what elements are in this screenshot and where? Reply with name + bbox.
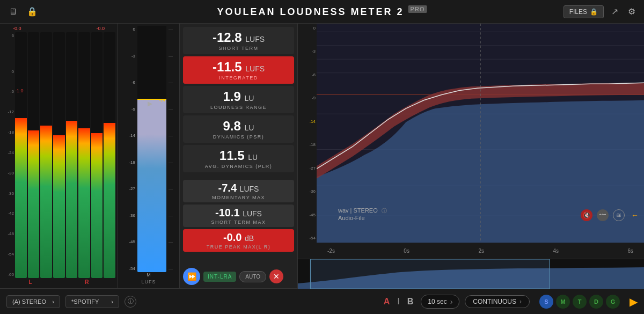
integrated-block[interactable]: -11.5 LUFS INTEGRATED [183,56,294,84]
vu-channel-1 [15,32,27,278]
ab-buttons: A I B [382,296,416,308]
short-term-max-block: -10.1 LUFS SHORT TERM MAX [183,205,294,227]
monitor-icon[interactable]: 🖥 [6,5,19,19]
true-peak-label: TRUE PEAK MAX(L R) [188,244,289,250]
reset-button[interactable]: ✕ [269,269,283,283]
time-arrow-icon: › [450,297,453,306]
graph-scale-left: 0-3-6-9 -14 -18-27-36-45-54 [298,24,317,243]
play-button[interactable]: ⏩ [183,268,200,285]
ab-separator: I [395,296,401,308]
export-button[interactable]: ↗ [609,4,620,19]
short-term-label: SHORT TERM [188,46,289,51]
vu-channel-4 [53,32,65,278]
spotify-arrow-icon: › [111,298,113,305]
vu-channel-5 [66,32,78,278]
mode-buttons: S M T D G [539,295,620,309]
vu-label-l: L [28,279,32,285]
main-area: -0.0 -0.0 -1.0 60-6-12 -18-24-30-36-42 -… [0,24,644,288]
vu-channel-2 [28,32,40,278]
true-peak-value: -0.0 dB [188,231,289,244]
vu-channel-labels: L R [2,278,115,286]
short-term-block: -12.8 LUFS SHORT TERM [183,27,294,54]
lufs-bottom-label: LUFS [141,278,156,286]
mode-d-button[interactable]: D [589,295,603,309]
lufs-scale: 0-3-6-9-14 -18-27-36-45-54 [121,26,135,272]
vu-peak-r: -0.0 [96,26,105,31]
stereo-arrow-icon: › [52,298,54,305]
graph-canvas: wav | STEREO ⓘ Audio-File 🔇 〰 ≋ ← [317,24,644,243]
time-neg2: -2s [327,248,335,254]
momentary-max-label: MOMENTARY MAX [188,195,289,200]
mode-s-button[interactable]: S [539,295,553,309]
vu-bar-l [15,118,27,278]
settings-button[interactable]: ⚙ [626,4,638,19]
lufs-m-label: M [147,272,151,278]
graph-mini [298,259,644,288]
short-term-max-value: -10.1 LUFS [188,207,289,219]
expand-icon[interactable]: ≋ [613,209,625,221]
avg-dynamics-label: AVG. DYNAMICS (PLR) [188,164,289,169]
time-selector[interactable]: 10 sec › [421,295,459,309]
file-name: Audio-File [338,215,387,221]
graph-top: 0-3-6-9 -14 -18-27-36-45-54 [298,24,644,259]
short-term-value: -12.8 LUFS [188,30,289,45]
files-button[interactable]: FILES 🔒 [564,5,604,18]
file-action-icons: 🔇 〰 ≋ ← [581,209,639,221]
continuous-button[interactable]: CONTINUOUS › [465,295,530,308]
integrated-value: -11.5 LUFS [188,60,289,75]
mode-t-button[interactable]: T [573,295,587,309]
integrated-label: INTEGRATED [188,75,289,81]
vu-scale: 60-6-12 -18-24-30-36-42 -48-54-60 [2,32,14,278]
lufs-scale-bar: 0-3-6-9-14 -18-27-36-45-54 -14 ————— ———… [119,26,178,272]
vu-channel-3 [40,32,52,278]
momentary-max-value: -7.4 LUFS [188,182,289,194]
time-6: 6s [627,248,633,254]
vu-current-value: -1.0 [15,88,24,93]
b-button[interactable]: B [405,296,416,308]
time-2: 2s [478,248,484,254]
vu-meters-section: -0.0 -0.0 -1.0 60-6-12 -18-24-30-36-42 -… [0,24,118,288]
spotify-label: *SPOTIFY [71,298,99,305]
lufs-pointer: ▶ [148,100,152,107]
stereo-label: (A) STEREO [12,298,46,305]
a-button[interactable]: A [382,296,392,308]
loudness-range-block: 1.9 LU LOUDNESS RANGE [183,86,294,113]
header-left: 🖥 🔒 [6,4,40,19]
stereo-preset-button[interactable]: (A) STEREO › [6,295,60,308]
time-4: 4s [553,248,559,254]
lock-icon[interactable]: 🔒 [25,4,40,19]
arrow-icon[interactable]: ← [631,211,639,220]
vu-meters-container: 60-6-12 -18-24-30-36-42 -48-54-60 [2,32,115,278]
avg-dynamics-block: 11.5 LU AVG. DYNAMICS (PLR) [183,145,294,172]
vu-channel-bars [15,32,115,278]
true-peak-block: -0.0 dB TRUE PEAK MAX(L R) [183,229,294,252]
continuous-label: CONTINUOUS [473,298,516,305]
bottom-bar: (A) STEREO › *SPOTIFY › ⓘ A I B 10 sec ›… [0,288,644,314]
time-label: 10 sec [428,298,447,305]
mute-icon[interactable]: 🔇 [581,209,592,221]
int-lra-button[interactable]: INT-LRA [203,272,236,282]
dynamics-block: 9.8 LU DYNAMICS (PSR) [183,115,294,143]
vu-peak-l: -0.0 [13,26,21,31]
vu-channel-8 [104,32,115,278]
vu-peak-labels: -0.0 -0.0 [2,26,115,31]
meters-panel: -12.8 LUFS SHORT TERM -11.5 LUFS INTEGRA… [180,24,298,288]
loudness-range-label: LOUDNESS RANGE [188,105,289,110]
info-button[interactable]: ⓘ [125,296,136,308]
file-info: wav | STEREO ⓘ Audio-File [338,207,387,221]
pro-badge: PRO [408,5,427,13]
mode-g-button[interactable]: G [606,295,620,309]
transport-play-button[interactable]: ▶ [630,295,638,308]
file-format: wav | STEREO ⓘ [338,207,387,215]
graph-time-axis: -2s 0s 2s 4s 6s [317,243,644,259]
mini-graph-svg [298,259,644,289]
lufs-bar: -14 [137,26,166,272]
vu-label-r: R [85,279,89,285]
auto-button[interactable]: AUTO [239,271,266,282]
mode-m-button[interactable]: M [556,295,570,309]
momentary-max-block: -7.4 LUFS MOMENTARY MAX [183,180,294,202]
waveform-icon[interactable]: 〰 [597,209,609,221]
loudness-range-value: 1.9 LU [188,89,289,104]
app-title: YOULEAN LOUDNESS METER 2 PRO [217,6,427,18]
spotify-preset-button[interactable]: *SPOTIFY › [65,295,119,308]
